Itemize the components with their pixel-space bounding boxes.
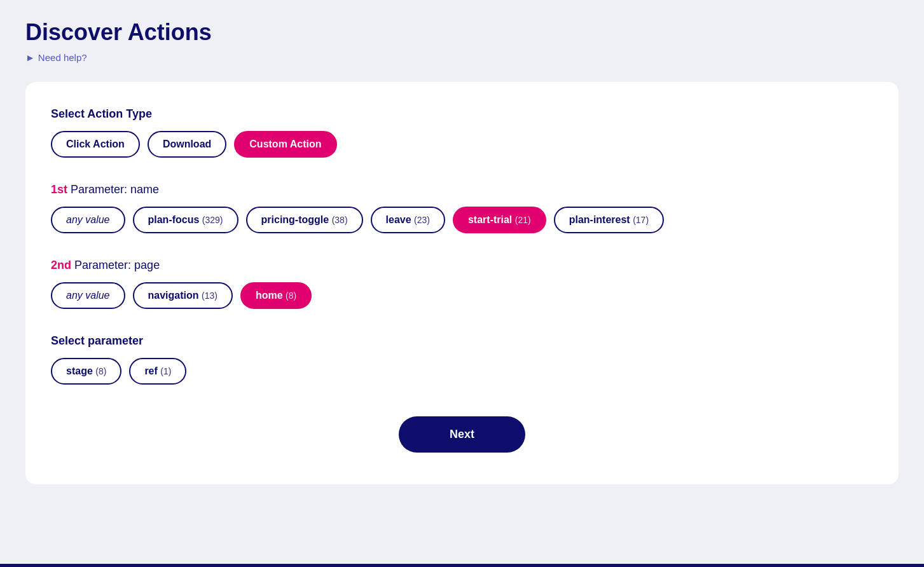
select-param-label: Select parameter	[51, 334, 873, 348]
action-type-label: Select Action Type	[51, 107, 873, 121]
select-param-ref-button[interactable]: ref (1)	[129, 358, 186, 385]
download-button[interactable]: Download	[148, 131, 226, 158]
click-action-button[interactable]: Click Action	[51, 131, 140, 158]
param2-navigation-button[interactable]: navigation (13)	[133, 282, 233, 309]
param1-ordinal: 1st	[51, 183, 67, 196]
help-link-text: Need help?	[38, 52, 87, 63]
select-param-group: stage (8) ref (1)	[51, 358, 873, 385]
select-param-stage-button[interactable]: stage (8)	[51, 358, 121, 385]
param1-plan-focus-button[interactable]: plan-focus (329)	[133, 207, 238, 233]
param2-home-button[interactable]: home (8)	[240, 282, 312, 309]
param1-leave-button[interactable]: leave (23)	[371, 207, 445, 233]
page-title: Discover Actions	[25, 19, 899, 46]
param1-pricing-toggle-button[interactable]: pricing-toggle (38)	[246, 207, 363, 233]
param1-options-group: any value plan-focus (329) pricing-toggl…	[51, 207, 873, 233]
main-card: Select Action Type Click Action Download…	[25, 82, 899, 484]
param2-ordinal: 2nd	[51, 259, 71, 271]
bottom-bar	[0, 564, 924, 567]
help-link[interactable]: ► Need help?	[25, 52, 899, 63]
param1-start-trial-button[interactable]: start-trial (21)	[453, 207, 546, 233]
param1-name-val: name	[130, 183, 159, 196]
param1-label: 1st Parameter: name	[51, 183, 873, 196]
custom-action-button[interactable]: Custom Action	[234, 131, 336, 158]
param1-plan-interest-button[interactable]: plan-interest (17)	[554, 207, 664, 233]
param1-any-value-button[interactable]: any value	[51, 207, 125, 233]
chevron-right-icon: ►	[25, 52, 35, 63]
param2-label: 2nd Parameter: page	[51, 259, 873, 272]
param1-label-text: Parameter:	[71, 183, 127, 196]
param2-label-text: Parameter:	[74, 259, 131, 271]
param2-any-value-button[interactable]: any value	[51, 282, 125, 309]
next-button[interactable]: Next	[399, 416, 525, 453]
action-type-group: Click Action Download Custom Action	[51, 131, 873, 158]
param2-name-val: page	[134, 259, 160, 271]
param2-options-group: any value navigation (13) home (8)	[51, 282, 873, 309]
next-button-wrapper: Next	[51, 416, 873, 453]
